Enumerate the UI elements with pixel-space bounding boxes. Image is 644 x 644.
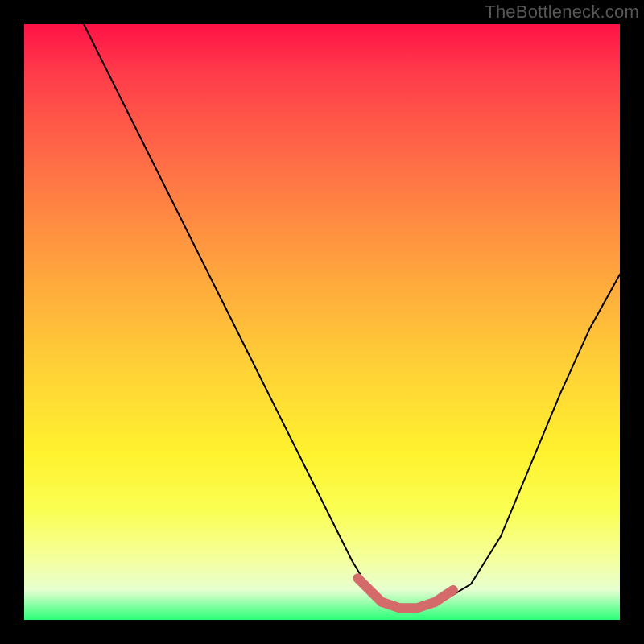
bottleneck-curve [84, 24, 620, 608]
chart-canvas: TheBottleneck.com [0, 0, 644, 644]
curve-svg [24, 24, 620, 620]
watermark-text: TheBottleneck.com [485, 2, 639, 23]
plot-area [24, 24, 620, 620]
optimal-zone-overlay [357, 578, 452, 608]
